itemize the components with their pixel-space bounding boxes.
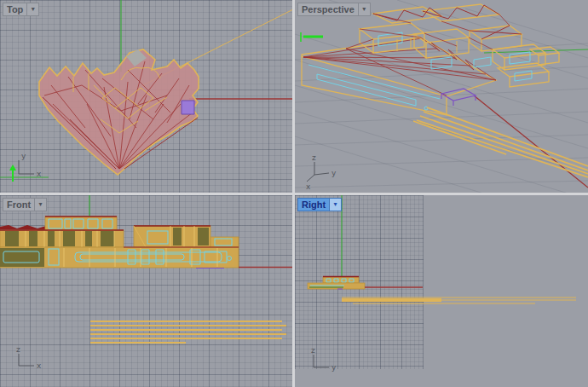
chevron-down-icon[interactable]: ▾	[27, 3, 39, 16]
gnomon-v-label: z	[311, 346, 315, 355]
gnomon-v-label: y	[21, 152, 26, 160]
perspective-view-canvas[interactable]: z y x	[295, 0, 588, 193]
plan-outline	[39, 49, 199, 175]
viewport-title-top[interactable]: Top ▾	[3, 3, 39, 16]
gnomon-h-label: x	[37, 361, 42, 370]
x-axis-line	[474, 95, 588, 188]
axis-gnomon: z x	[16, 345, 42, 370]
building-profile-model[interactable]	[308, 277, 365, 290]
gnomon-h-label: y	[331, 363, 337, 372]
chevron-down-icon[interactable]: ▾	[330, 198, 342, 211]
roof-slabs	[373, 4, 499, 23]
box-lower-right	[498, 63, 549, 87]
viewport-title-text[interactable]: Front	[3, 198, 35, 211]
box-center	[414, 29, 469, 58]
band-lower-dark-section	[0, 248, 44, 267]
viewport-front[interactable]: z x Front ▾	[0, 195, 292, 387]
plan-purple-face	[182, 101, 194, 114]
top-view-canvas[interactable]: y x	[0, 0, 292, 193]
axis-gnomon: z y	[311, 346, 337, 372]
ramp-lines[interactable]	[342, 297, 576, 303]
viewport-title-right[interactable]: Right ▾	[297, 198, 342, 211]
axis-gnomon: y x	[19, 152, 42, 178]
front-view-canvas[interactable]: z x	[0, 195, 292, 387]
building-plan-model[interactable]	[39, 49, 199, 175]
viewport-right[interactable]: z y Right ▾	[295, 195, 588, 387]
roof-shapes-left	[0, 225, 46, 230]
world-axis-marks	[0, 165, 49, 182]
chevron-down-icon[interactable]: ▾	[359, 3, 371, 16]
viewport-title-text[interactable]: Perspective	[297, 3, 359, 16]
chevron-down-icon[interactable]: ▾	[35, 198, 47, 211]
y-axis-line	[484, 49, 588, 53]
gnomon-d-label: x	[306, 182, 311, 191]
viewport-title-text[interactable]: Top	[3, 3, 27, 16]
viewport-top[interactable]: y x Top ▾	[0, 0, 292, 193]
gnomon-v-label: z	[16, 345, 20, 354]
building-wireframe-model[interactable]	[302, 4, 559, 115]
ramp-lines[interactable]	[90, 321, 286, 343]
viewport-layout: y x Top ▾	[0, 0, 588, 387]
viewport-title-text[interactable]: Right	[297, 198, 330, 211]
viewport-title-perspective[interactable]: Perspective ▾	[297, 3, 371, 16]
podium-top	[302, 38, 496, 96]
gnomon-h-label: y	[331, 169, 337, 177]
gnomon-h-label: x	[37, 170, 42, 178]
green-axis-dash	[301, 32, 323, 42]
viewport-title-front[interactable]: Front ▾	[3, 198, 47, 211]
green-arrow-head	[9, 165, 16, 170]
viewport-perspective[interactable]: z y x Perspective ▾	[295, 0, 588, 193]
gnomon-v-label: z	[312, 153, 316, 162]
podium-truss-lines	[303, 38, 496, 95]
axis-gnomon: z y x	[306, 153, 337, 191]
building-elevation-model[interactable]	[0, 217, 239, 269]
right-view-canvas[interactable]: z y	[295, 195, 588, 387]
